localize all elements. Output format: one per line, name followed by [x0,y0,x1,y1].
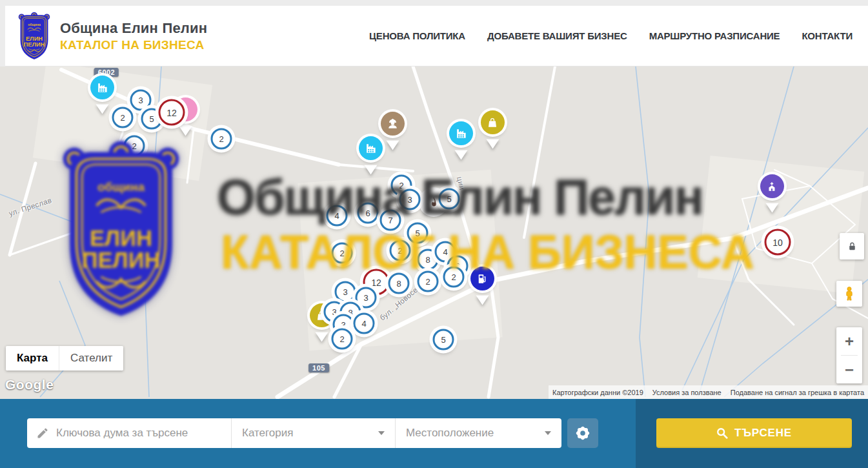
map-cluster-marker[interactable]: 2 [124,136,145,157]
pencil-icon [36,427,49,440]
pin-tail [765,203,778,219]
map-type-satellite-button[interactable]: Сателит [59,346,123,371]
map-cluster-marker[interactable]: 4 [354,313,375,334]
map-cluster-marker[interactable]: 3 [399,189,421,210]
gear-icon [575,425,590,441]
shopping-bag-icon [487,117,498,128]
map-cluster-marker[interactable]: 3 [335,281,356,303]
pegman-icon [842,285,856,303]
map-lock-button[interactable] [840,233,864,259]
map-type-control: Карта Сателит [6,346,123,371]
nav-contacts[interactable]: КОНТАКТИ [802,30,853,41]
map-cluster-marker[interactable]: 2 [418,271,439,292]
nav-add-your-business[interactable]: ДОБАВЕТЕ ВАШИЯТ БИЗНЕС [487,30,627,41]
nav-route-schedule[interactable]: МАРШРУТНО РАЗПИСАНИЕ [649,30,780,41]
category-select-label: Категория [242,427,293,440]
map-marker-factory[interactable] [449,134,473,158]
nav-pricing-policy[interactable]: ЦЕНОВА ПОЛИТИКА [369,30,465,41]
chevron-down-icon [545,431,551,435]
map-cluster-marker[interactable]: 2 [443,267,465,288]
map-cluster-marker[interactable]: 2 [332,329,353,350]
map-cluster-marker[interactable]: 10 [765,229,791,256]
google-map[interactable]: 6002105ул. Преславбул. „Новоселции 32512… [0,66,868,399]
map-marker-fuel[interactable] [470,279,494,303]
zoom-control: + − [836,327,862,383]
worker-icon [387,117,399,130]
category-select[interactable]: Категория [231,418,395,448]
map-cluster-marker[interactable]: 4 [327,205,348,227]
map-cluster-marker[interactable]: 5 [439,188,460,210]
map-marker-bag[interactable] [481,123,505,147]
map-cluster-marker[interactable]: 5 [433,329,454,351]
church-icon [766,181,778,192]
search-bar: Категория Местоположение ТЪРСЕНЕ [0,399,868,468]
map-cluster-marker[interactable]: 7 [380,210,401,231]
lock-icon [847,240,858,252]
location-select[interactable]: Местоположение [395,418,561,448]
map-type-map-button[interactable]: Карта [6,346,59,371]
location-select-label: Местоположение [406,427,494,440]
map-cluster-marker[interactable]: 2 [332,243,353,264]
pin-tail [315,332,328,349]
map-cluster-marker[interactable]: 2 [211,128,232,150]
map-marker-factory[interactable] [359,148,383,172]
keyword-field[interactable] [27,418,231,448]
attribution-terms-link[interactable]: Условия за ползване [652,389,722,396]
factory-icon [455,127,467,139]
search-button[interactable]: ТЪРСЕНЕ [656,418,852,448]
zoom-out-button[interactable]: − [836,356,862,383]
pin-tail [96,105,108,121]
pin-tail [454,150,467,167]
zoom-in-button[interactable]: + [836,327,862,355]
pin-tail [486,139,499,156]
site-header: Община Елин Пелин КАТАЛОГ НА БИЗНЕСА ЦЕН… [5,6,868,66]
pin-tail [364,165,377,181]
fuel-pump-icon [476,273,488,285]
attribution-report-error-link[interactable]: Подаване на сигнал за грешка в картата [731,389,864,396]
chevron-down-icon [378,431,385,435]
map-attribution: Картографски данни ©2019 Условия за полз… [549,385,868,399]
map-marker-church[interactable] [760,187,784,210]
map-cluster-marker[interactable]: 12 [159,99,185,126]
map-cluster-marker[interactable]: 5 [407,223,429,244]
factory-icon [96,81,108,94]
map-markers-layer: 3251222235674528432128223338342510 [0,66,868,399]
map-marker-factory[interactable] [90,88,114,112]
pin-tail [179,127,192,143]
google-logo[interactable]: Google [5,377,54,392]
pin-tail [476,296,489,312]
search-button-label: ТЪРСЕНЕ [734,427,792,440]
pin-tail [386,141,399,157]
map-cluster-marker[interactable]: 2 [390,240,411,261]
advanced-settings-button[interactable] [567,418,598,448]
brand[interactable]: Община Елин Пелин КАТАЛОГ НА БИЗНЕСА [16,12,207,61]
map-marker-worker[interactable] [381,124,405,148]
search-icon [716,427,728,439]
site-subtitle: КАТАЛОГ НА БИЗНЕСА [60,38,207,52]
factory-icon [365,142,377,154]
map-cluster-marker[interactable]: 3 [130,90,152,111]
keyword-search-input[interactable] [56,427,231,440]
site-title: Община Елин Пелин [60,20,207,37]
map-cluster-marker[interactable]: 2 [112,107,134,128]
map-cluster-marker[interactable]: 6 [358,203,379,224]
municipality-crest-logo [16,12,52,61]
search-fields-group: Категория Местоположение [27,418,561,448]
attribution-map-data: Картографски данни ©2019 [552,389,643,396]
map-cluster-marker[interactable]: 8 [389,273,410,294]
street-view-pegman-button[interactable] [836,281,862,307]
main-nav: ЦЕНОВА ПОЛИТИКА ДОБАВЕТЕ ВАШИЯТ БИЗНЕС М… [369,30,853,41]
